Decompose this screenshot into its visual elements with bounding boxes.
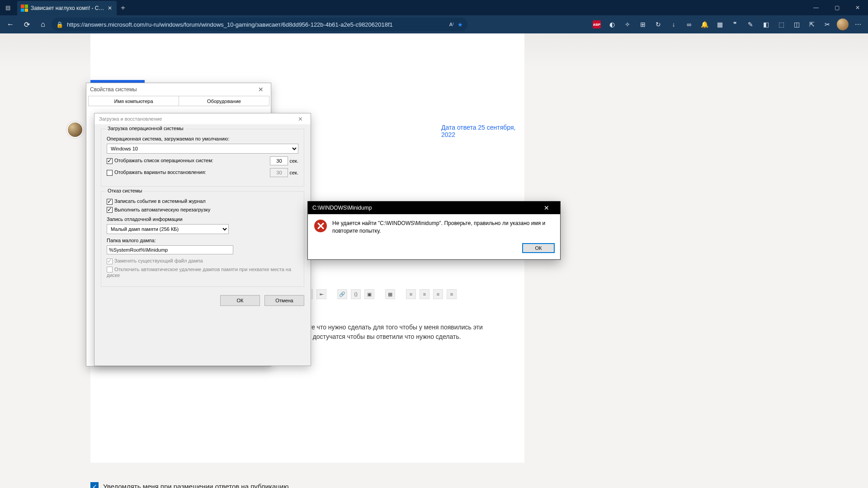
extension-icon[interactable]: ❞ (728, 17, 742, 32)
group-system-boot: Загрузка операционной системы Операционн… (101, 129, 304, 187)
ok-button[interactable]: ОК (220, 295, 260, 306)
align-left-icon[interactable]: ≡ (406, 289, 416, 299)
checkbox-overwrite-dump (107, 258, 113, 264)
checkbox-show-os-list[interactable] (107, 158, 113, 164)
write-event-label: Записать событие в системный журнал (114, 198, 206, 204)
extension-icon[interactable]: ∞ (682, 17, 696, 32)
read-aloud-icon[interactable]: A⁾ (449, 22, 454, 28)
show-os-list-label: Отображать список операционных систем: (114, 158, 213, 163)
extension-icon[interactable]: ⇱ (805, 17, 819, 32)
extension-icon[interactable]: ✎ (743, 17, 758, 32)
disable-autodelete-label: Отключить автоматическое удаление дампов… (107, 267, 291, 278)
dialog-title: Загрузка и восстановление (99, 116, 162, 122)
align-justify-icon[interactable]: ≡ (447, 289, 457, 299)
os-list-seconds-input[interactable] (270, 156, 288, 165)
dialog-titlebar[interactable]: Загрузка и восстановление ✕ (94, 113, 311, 124)
checkbox-show-recovery[interactable] (107, 170, 113, 176)
tab-actions-button[interactable]: ▤ (0, 0, 15, 15)
favorite-icon[interactable]: ★ (458, 21, 463, 28)
code-icon[interactable]: ⟨⟩ (351, 289, 361, 299)
checkbox-write-event[interactable] (107, 199, 113, 205)
dump-type-select[interactable]: Малый дамп памяти (256 КБ) (107, 224, 229, 234)
refresh-button[interactable]: ⟳ (19, 17, 34, 32)
table-icon[interactable]: ▦ (385, 289, 395, 299)
error-icon (314, 220, 327, 232)
checkbox-checked-icon[interactable]: ✓ (90, 482, 99, 488)
window-maximize-button[interactable]: ▢ (826, 0, 847, 15)
checkbox-auto-restart[interactable] (107, 207, 113, 213)
url-text: https://answers.microsoft.com/ru-ru/wind… (67, 21, 446, 28)
default-os-select[interactable]: Windows 10 (107, 144, 298, 154)
browser-titlebar: ▤ Зависает наглухо комп! - Сооб ✕ ＋ — ▢ … (0, 0, 868, 15)
lock-icon: 🔒 (56, 21, 63, 28)
more-menu-icon[interactable]: ⋯ (851, 17, 865, 32)
tab-title: Зависает наглухо комп! - Сооб (31, 5, 105, 11)
browser-tab[interactable]: Зависает наглухо комп! - Сооб ✕ (17, 1, 117, 15)
extension-icon[interactable]: ◧ (759, 17, 773, 32)
window-minimize-button[interactable]: — (806, 0, 826, 15)
tab-computer-name[interactable]: Имя компьютера (88, 96, 179, 106)
checkbox-disable-autodelete (107, 267, 113, 272)
notifications-icon[interactable]: 🔔 (697, 17, 712, 32)
align-right-icon[interactable]: ≡ (433, 289, 443, 299)
link-icon[interactable]: 🔗 (337, 289, 347, 299)
window-close-button[interactable]: ✕ (847, 0, 868, 15)
show-recovery-label: Отображать варианты восстановления: (114, 169, 206, 175)
new-tab-button[interactable]: ＋ (117, 3, 129, 13)
group-title: Отказ системы (106, 188, 144, 193)
browser-addressbar: ← ⟳ ⌂ 🔒 https://answers.microsoft.com/ru… (0, 15, 868, 33)
history-icon[interactable]: ↻ (651, 17, 665, 32)
overwrite-dump-label: Заменять существующий файл дампа (114, 258, 203, 263)
favorites-icon[interactable]: ✧ (620, 17, 635, 32)
notify-label: Уведомлять меня при размещении ответов н… (103, 483, 288, 488)
dialog-titlebar[interactable]: C:\WINDOWS\Minidump ✕ (308, 202, 560, 214)
error-message: Не удается найти "C:\WINDOWS\Minidump". … (332, 220, 554, 235)
boot-recovery-dialog: Загрузка и восстановление ✕ Загрузка опе… (94, 113, 311, 366)
dump-dir-label: Папка малого дампа: (107, 238, 298, 243)
extension-icon[interactable]: ◫ (789, 17, 804, 32)
home-button[interactable]: ⌂ (35, 17, 51, 32)
seconds-label: сек. (290, 170, 299, 175)
seconds-label: сек. (290, 158, 299, 164)
ms-favicon (21, 5, 28, 12)
recovery-seconds-input (270, 168, 288, 177)
extension-icon[interactable]: ✂ (820, 17, 835, 32)
auto-restart-label: Выполнить автоматическую перезагрузку (114, 207, 210, 212)
error-dialog: C:\WINDOWS\Minidump ✕ Не удается найти "… (307, 201, 561, 260)
dump-type-label: Запись отладочной информации (107, 216, 298, 222)
close-icon[interactable]: ✕ (538, 202, 556, 213)
group-title: Загрузка операционной системы (106, 126, 185, 131)
extension-icon[interactable]: ▦ (712, 17, 727, 32)
group-system-failure: Отказ системы Записать событие в системн… (101, 191, 304, 287)
dialog-titlebar[interactable]: Свойства системы ✕ (86, 83, 271, 96)
downloads-icon[interactable]: ↓ (666, 17, 681, 32)
close-icon[interactable]: ✕ (294, 114, 306, 123)
dialog-title: C:\WINDOWS\Minidump (312, 205, 372, 211)
align-center-icon[interactable]: ≡ (420, 289, 429, 299)
tab-close-icon[interactable]: ✕ (108, 5, 112, 11)
dialog-title: Свойства системы (90, 86, 137, 93)
close-icon[interactable]: ✕ (255, 84, 267, 94)
reply-date: Дата ответа 25 сентября, 2022 (441, 124, 524, 138)
tab-hardware[interactable]: Оборудование (179, 96, 269, 106)
url-field[interactable]: 🔒 https://answers.microsoft.com/ru-ru/wi… (52, 18, 467, 31)
extension-icon[interactable]: ⬚ (774, 17, 788, 32)
collections-icon[interactable]: ⊞ (636, 17, 650, 32)
default-os-label: Операционная система, загружаемая по умо… (107, 136, 298, 141)
outdent-icon[interactable]: ⇤ (316, 289, 326, 299)
ok-button[interactable]: ОК (522, 243, 555, 253)
notify-checkbox-row[interactable]: ✓ Уведомлять меня при размещении ответов… (90, 482, 288, 488)
user-avatar[interactable] (67, 122, 83, 138)
back-button[interactable]: ← (3, 17, 18, 32)
profile-avatar[interactable] (835, 17, 850, 32)
abp-extension-icon[interactable]: ABP (590, 17, 604, 32)
cancel-button[interactable]: Отмена (264, 295, 304, 306)
dump-dir-input[interactable] (107, 245, 233, 254)
image-icon[interactable]: ▣ (364, 289, 374, 299)
extension-icon[interactable]: ◐ (605, 17, 619, 32)
